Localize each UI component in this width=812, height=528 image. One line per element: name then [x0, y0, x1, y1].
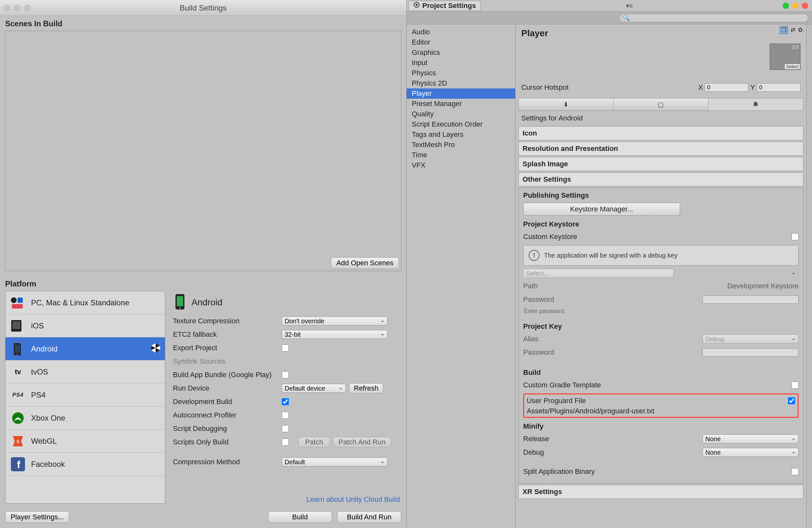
key-password-input[interactable]: [702, 348, 799, 357]
etc2-fallback-label: ETC2 fallback: [173, 330, 282, 339]
thumb-select-button[interactable]: Select: [784, 64, 800, 70]
default-cursor-thumbnail[interactable]: 2D) Select: [770, 44, 800, 70]
user-proguard-checkbox[interactable]: [788, 397, 795, 404]
cursor-x-input[interactable]: [705, 83, 748, 91]
sidebar-item-time[interactable]: Time: [407, 150, 515, 160]
sidebar-item-physics2d[interactable]: Physics 2D: [407, 78, 515, 88]
custom-gradle-checkbox[interactable]: [792, 382, 799, 389]
keystore-manager-button[interactable]: Keystore Manager...: [523, 203, 680, 216]
section-resolution[interactable]: Resolution and Presentation: [518, 142, 803, 156]
traffic-red[interactable]: [802, 3, 808, 9]
export-project-checkbox[interactable]: [282, 344, 289, 352]
run-device-select[interactable]: Default device: [282, 384, 346, 393]
build-target-title: Android: [191, 297, 222, 308]
sidebar-item-input[interactable]: Input: [407, 58, 515, 68]
patch-button[interactable]: Patch: [299, 437, 330, 447]
platform-item-standalone[interactable]: PC, Mac & Linux Standalone: [5, 291, 165, 314]
add-open-scenes-button[interactable]: Add Open Scenes: [331, 257, 399, 269]
sidebar-item-graphics[interactable]: Graphics: [407, 47, 515, 58]
platform-header: Platform: [0, 274, 406, 291]
split-binary-checkbox[interactable]: [792, 468, 799, 475]
custom-keystore-checkbox[interactable]: [792, 233, 799, 240]
publishing-settings-header[interactable]: Publishing Settings: [523, 191, 799, 200]
traffic-yellow[interactable]: [792, 3, 799, 9]
platform-list: PC, Mac & Linux Standalone iOS Android: [5, 291, 165, 504]
player-tab-ios[interactable]: ▢: [613, 98, 708, 111]
patch-and-run-button[interactable]: Patch And Run: [333, 437, 391, 447]
sidebar-item-player[interactable]: Player: [407, 88, 515, 99]
sidebar-item-preset-manager[interactable]: Preset Manager: [407, 99, 515, 109]
svg-text:5: 5: [17, 439, 19, 444]
help-icon[interactable]: ❐: [780, 26, 788, 34]
compression-method-select[interactable]: Default: [282, 457, 388, 467]
platform-item-tvos[interactable]: tv tvOS: [5, 360, 165, 384]
platform-item-android[interactable]: Android: [5, 337, 165, 360]
autoconnect-profiler-checkbox[interactable]: [282, 412, 289, 419]
refresh-button[interactable]: Refresh: [349, 383, 383, 394]
keystore-password-input[interactable]: [702, 295, 799, 304]
development-build-label: Development Build: [173, 398, 282, 406]
platform-item-ios[interactable]: iOS: [5, 314, 165, 337]
build-app-bundle-checkbox[interactable]: [282, 371, 289, 379]
section-splash[interactable]: Splash Image: [518, 157, 803, 171]
alias-select[interactable]: Debug: [702, 334, 799, 343]
cursor-x-label: X: [698, 83, 703, 91]
scripts-only-build-checkbox[interactable]: [282, 439, 289, 446]
svg-rect-6: [15, 344, 20, 353]
sidebar-item-textmesh-pro[interactable]: TextMesh Pro: [407, 140, 515, 150]
project-settings-search-input[interactable]: 🔍: [619, 14, 808, 22]
keystore-select[interactable]: Select...: [523, 269, 674, 278]
symlink-sources-label: Symlink Sources: [173, 357, 282, 366]
standalone-icon: [9, 295, 27, 310]
project-settings-tab-label: Project Settings: [422, 2, 476, 10]
minify-debug-select[interactable]: None: [702, 448, 799, 457]
sidebar-item-physics[interactable]: Physics: [407, 68, 515, 78]
tvos-icon: tv: [9, 365, 27, 379]
section-icon[interactable]: Icon: [518, 126, 803, 140]
section-other[interactable]: Other Settings: [518, 172, 803, 186]
sidebar-item-quality[interactable]: Quality: [407, 109, 515, 119]
svg-point-0: [11, 297, 17, 303]
android-icon: [752, 101, 759, 109]
facebook-icon: f: [9, 457, 27, 472]
platform-label: PS4: [31, 390, 45, 400]
project-settings-tab[interactable]: Project Settings: [409, 1, 481, 11]
texture-compression-select[interactable]: Don't override: [282, 316, 388, 326]
minify-release-select[interactable]: None: [702, 434, 799, 443]
platform-item-facebook[interactable]: f Facebook: [5, 453, 165, 476]
player-tab-android[interactable]: [709, 98, 803, 111]
player-settings-button[interactable]: Player Settings...: [5, 511, 69, 523]
platform-item-webgl[interactable]: 5 WebGL: [5, 430, 165, 453]
keystore-path-label: Path: [523, 282, 727, 290]
password-hint: Enter password.: [523, 308, 799, 315]
etc2-fallback-select[interactable]: 32-bit: [282, 330, 388, 339]
script-debugging-checkbox[interactable]: [282, 425, 289, 432]
scripts-only-build-label: Scripts Only Build: [173, 438, 282, 446]
sidebar-item-audio[interactable]: Audio: [407, 27, 515, 37]
platform-label: WebGL: [31, 437, 57, 446]
platform-item-xboxone[interactable]: Xbox One: [5, 406, 165, 430]
project-settings-window: Project Settings ▾≡ 🔍 Audio Editor Graph…: [407, 0, 812, 528]
presets-icon[interactable]: ⇄: [791, 26, 795, 34]
content-scrollbar[interactable]: [806, 24, 812, 528]
platform-item-ps4[interactable]: PS4 PS4: [5, 384, 165, 406]
development-build-checkbox[interactable]: [282, 398, 289, 405]
sidebar-item-script-execution-order[interactable]: Script Execution Order: [407, 119, 515, 129]
learn-cloud-build-link[interactable]: Learn about Unity Cloud Build: [173, 495, 401, 504]
android-phone-icon: [9, 342, 27, 356]
cursor-hotspot-label: Cursor Hotspot: [521, 83, 698, 91]
section-xr[interactable]: XR Settings: [518, 485, 803, 499]
cursor-y-input[interactable]: [757, 83, 800, 91]
sidebar-item-editor[interactable]: Editor: [407, 37, 515, 47]
alias-label: Alias: [523, 335, 702, 343]
scenes-in-build-list[interactable]: Add Open Scenes: [5, 31, 401, 271]
sidebar-item-tags-layers[interactable]: Tags and Layers: [407, 129, 515, 140]
tab-options-icon[interactable]: ▾≡: [626, 2, 633, 10]
build-and-run-button[interactable]: Build And Run: [337, 511, 401, 523]
player-tab-desktop[interactable]: ⬇: [519, 98, 613, 111]
traffic-green[interactable]: [783, 3, 789, 9]
xbox-icon: [9, 411, 27, 426]
settings-gear-icon[interactable]: ✿.: [798, 26, 804, 34]
build-button[interactable]: Build: [268, 511, 332, 523]
sidebar-item-vfx[interactable]: VFX: [407, 160, 515, 170]
